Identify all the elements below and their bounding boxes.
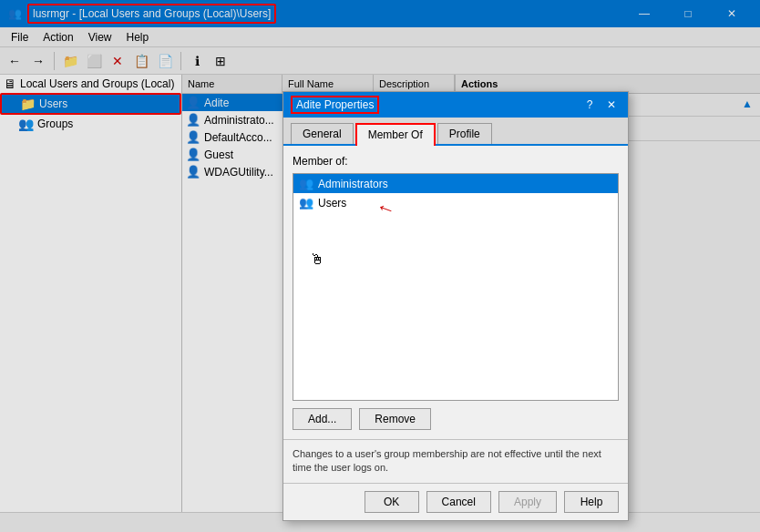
tab-general[interactable]: General (291, 123, 354, 144)
ok-button[interactable]: OK (365, 491, 419, 513)
help-button[interactable]: Help (564, 491, 619, 513)
main-window: 👥 lusrmgr - [Local Users and Groups (Loc… (0, 0, 760, 532)
dialog-overlay: Adite Properties ? ✕ General Member Of P… (0, 0, 760, 532)
dialog-bottom: Changes to a user's group membership are… (283, 439, 628, 483)
dialog-help-button[interactable]: ? (580, 96, 599, 114)
tab-profile[interactable]: Profile (437, 123, 492, 144)
cancel-button[interactable]: Cancel (426, 491, 491, 513)
group-item-administrators[interactable]: 👥 Administrators (293, 174, 618, 193)
cursor-annotation: 🖱 (310, 251, 324, 268)
tab-member-of[interactable]: Member Of (355, 123, 436, 146)
dialog-controls: ? ✕ (580, 96, 621, 114)
dialog-content: Member of: 👥 Administrators 👥 Users → 🖱 (283, 146, 628, 439)
group-name-administrators: Administrators (318, 178, 388, 190)
apply-button[interactable]: Apply (498, 491, 557, 513)
group-list: 👥 Administrators 👥 Users → 🖱 (293, 173, 619, 401)
group-icon-admin: 👥 (299, 177, 313, 190)
remove-button[interactable]: Remove (359, 408, 431, 430)
dialog-close-button[interactable]: ✕ (602, 96, 621, 114)
group-item-users[interactable]: 👥 Users (293, 193, 618, 212)
dialog-note: Changes to a user's group membership are… (293, 447, 619, 476)
dialog-title-bar: Adite Properties ? ✕ (283, 92, 628, 118)
dialog-tabs: General Member Of Profile (283, 118, 628, 146)
group-icon-users: 👥 (299, 196, 313, 210)
member-of-label: Member of: (293, 155, 619, 168)
add-button[interactable]: Add... (293, 408, 352, 430)
add-remove-row: Add... Remove (293, 408, 619, 430)
adite-properties-dialog: Adite Properties ? ✕ General Member Of P… (282, 91, 629, 521)
dialog-action-buttons: OK Cancel Apply Help (283, 483, 628, 520)
group-name-users: Users (318, 197, 346, 210)
dialog-title: Adite Properties (291, 96, 379, 114)
